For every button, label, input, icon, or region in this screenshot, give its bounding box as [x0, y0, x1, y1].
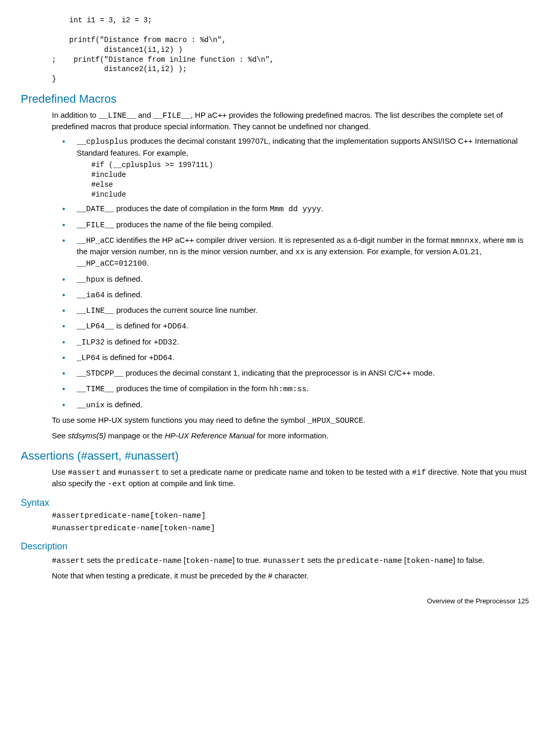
mono: mm	[507, 237, 516, 245]
text: identifies the HP aC++ compiler driver v…	[114, 236, 451, 244]
macro-name: __HP_aCC	[77, 237, 114, 245]
predefined-macros-list: __cplusplus produces the decimal constan…	[62, 136, 529, 411]
text: and	[101, 467, 118, 476]
text: and	[136, 110, 153, 119]
macro-name: __LINE__	[77, 307, 114, 315]
list-item: __TIME__ produces the time of compilatio…	[62, 383, 529, 395]
list-item: __DATE__ produces the date of compilatio…	[62, 203, 529, 215]
mono: predicate-name	[116, 557, 181, 565]
macro-name: __ia64	[77, 291, 105, 300]
list-item: __HP_aCC identifies the HP aC++ compiler…	[62, 235, 529, 270]
text: is defined.	[105, 400, 143, 409]
predef-see: See stdsyms(5) manpage or the HP-UX Refe…	[52, 431, 529, 441]
mono: token-name	[186, 557, 232, 565]
assert-intro: Use #assert and #unassert to set a predi…	[52, 467, 529, 490]
text: is defined for	[105, 337, 153, 346]
em: HP-UX Reference Manual	[165, 431, 255, 440]
macro-name: __cplusplus	[77, 137, 128, 146]
text: See	[52, 431, 68, 440]
description-note: Note that when testing a predicate, it m…	[52, 571, 529, 581]
mono: _HPUX_SOURCE	[307, 417, 363, 425]
text: produces the decimal constant 199707L, i…	[77, 136, 517, 157]
macro-name: __hpux	[77, 275, 105, 284]
text: option at compile and link time.	[127, 479, 235, 488]
mono: +DD32	[153, 338, 177, 347]
mono: predicate-name	[337, 557, 402, 565]
list-item: __hpux is defined.	[62, 274, 529, 285]
syntax-line: #unassertpredicate-name[token-name]	[52, 523, 529, 534]
list-item: __ia64 is defined.	[62, 289, 529, 301]
mono: nn	[169, 248, 178, 257]
predef-after: To use some HP-UX system functions you m…	[52, 415, 529, 426]
code-block: int i1 = 3, i2 = 3; printf("Distance fro…	[52, 16, 529, 84]
text: .	[172, 353, 174, 362]
predef-intro: In addition to __LINE__ and __FILE__, HP…	[52, 110, 529, 132]
text: ] to true.	[232, 556, 263, 564]
text: ] to false.	[453, 556, 485, 564]
text: manpage or the	[106, 431, 164, 440]
text: .	[363, 416, 366, 424]
text: Use	[52, 467, 68, 476]
list-item: __LINE__ produces the current source lin…	[62, 305, 529, 316]
text: is defined.	[105, 290, 143, 299]
heading-description: Description	[21, 540, 529, 552]
text: is defined.	[105, 274, 143, 283]
text: produces the time of compilation in the …	[114, 384, 269, 393]
list-item: _LP64 is defined for +DD64.	[62, 352, 529, 364]
mono: #assert	[52, 557, 85, 565]
mono: -ext	[108, 480, 127, 489]
list-item: __cplusplus produces the decimal constan…	[62, 136, 529, 199]
text: produces the decimal constant 1, indicat…	[123, 368, 435, 377]
list-item: __unix is defined.	[62, 399, 529, 411]
heading-syntax: Syntax	[21, 496, 529, 509]
mono: __HP_aCC=012100	[77, 259, 147, 268]
macro-name: __STDCPP__	[77, 369, 123, 378]
macro-name: _ILP32	[77, 338, 105, 347]
text: for more information.	[255, 431, 329, 440]
mono: #unassert	[118, 468, 160, 477]
text: .	[321, 204, 323, 213]
mono: #unassert	[263, 557, 305, 565]
text: to set a predicate name or predicate nam…	[160, 467, 412, 476]
text: .	[177, 337, 179, 346]
text: produces the current source line number.	[114, 306, 258, 314]
macro-name: __LP64__	[77, 322, 114, 331]
text: [	[181, 556, 186, 564]
text: is any extension. For example, for versi…	[305, 247, 482, 256]
text: .	[186, 321, 188, 330]
mono: Mmm dd yyyy	[270, 205, 321, 214]
text: In addition to	[52, 110, 99, 119]
mono: #assert	[68, 468, 101, 477]
macro-name: __unix	[77, 401, 105, 410]
macro-name: __TIME__	[77, 385, 114, 394]
mono: xx	[296, 248, 305, 257]
text: is defined for	[114, 321, 163, 330]
text: , where	[479, 236, 506, 244]
em: stdsyms(5)	[68, 431, 106, 440]
page-footer: Overview of the Preprocessor 125	[21, 597, 529, 606]
mono: mmnnxx	[451, 237, 479, 245]
syntax-line: #assertpredicate-name[token-name]	[52, 511, 529, 521]
text: To use some HP-UX system functions you m…	[52, 416, 307, 424]
description-text: #assert sets the predicate-name [token-n…	[52, 555, 529, 567]
mono: +DD64	[163, 322, 186, 331]
text: [	[402, 556, 406, 564]
mono: token-name	[407, 557, 453, 565]
example-code: #if (__cplusplus >= 199711L) #include #e…	[91, 160, 529, 200]
text: .	[147, 258, 149, 267]
text: produces the date of compilation in the …	[114, 204, 270, 213]
heading-assertions: Assertions (#assert, #unassert)	[21, 448, 529, 464]
mono: hh:mm:ss	[269, 385, 306, 394]
file-macro: __FILE__	[153, 112, 190, 120]
mono: +DD64	[149, 354, 172, 363]
text: sets the	[305, 556, 337, 564]
line-macro: __LINE__	[99, 112, 136, 120]
macro-name: __FILE__	[77, 221, 114, 230]
text: sets the	[85, 556, 116, 564]
text: is the minor version number, and	[178, 247, 296, 256]
list-item: _ILP32 is defined for +DD32.	[62, 337, 529, 348]
macro-name: __DATE__	[77, 205, 114, 214]
list-item: __STDCPP__ produces the decimal constant…	[62, 368, 529, 379]
mono: #if	[412, 468, 426, 477]
text: .	[306, 384, 309, 393]
